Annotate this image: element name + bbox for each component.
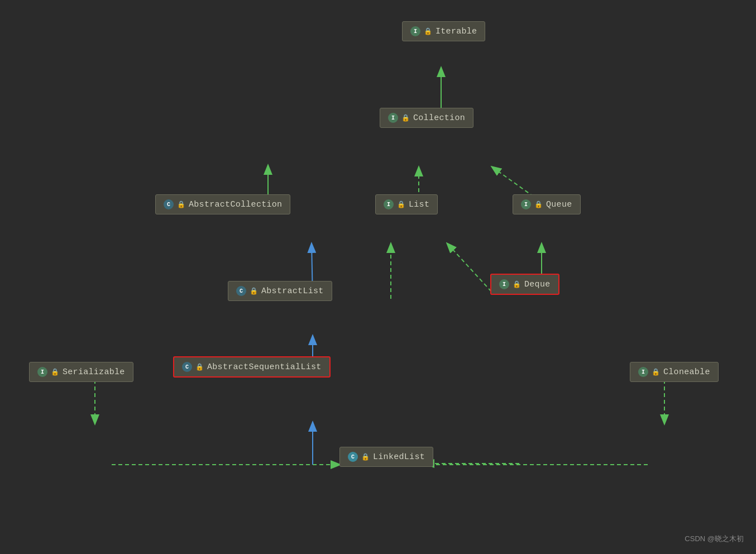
badge-linkedList: C xyxy=(348,452,358,462)
badge-cloneable: I xyxy=(638,367,648,377)
badge-iterable: I xyxy=(410,26,420,36)
lock-queue: 🔒 xyxy=(534,200,543,209)
lock-abstractCollection: 🔒 xyxy=(177,200,185,209)
label-deque: Deque xyxy=(524,280,551,289)
arrows-svg xyxy=(0,0,756,554)
node-deque[interactable]: I 🔒 Deque xyxy=(490,274,559,295)
svg-line-10 xyxy=(447,243,491,292)
label-iterable: Iterable xyxy=(436,27,477,36)
node-iterable[interactable]: I 🔒 Iterable xyxy=(402,21,485,41)
label-collection: Collection xyxy=(413,113,465,123)
label-abstractSequentialList: AbstractSequentialList xyxy=(207,362,322,372)
badge-abstractSequentialList: C xyxy=(182,362,192,372)
watermark: CSDN @晓之木初 xyxy=(685,534,744,544)
lock-cloneable: 🔒 xyxy=(652,368,660,376)
node-abstractList[interactable]: C 🔒 AbstractList xyxy=(228,281,332,301)
lock-list: 🔒 xyxy=(397,200,405,209)
lock-abstractSequentialList: 🔒 xyxy=(195,363,204,371)
lock-collection: 🔒 xyxy=(401,114,410,122)
lock-iterable: 🔒 xyxy=(424,27,432,36)
label-list: List xyxy=(409,200,429,209)
label-abstractList: AbstractList xyxy=(261,286,324,296)
node-abstractSequentialList[interactable]: C 🔒 AbstractSequentialList xyxy=(173,356,331,378)
lock-linkedList: 🔒 xyxy=(361,453,370,461)
badge-queue: I xyxy=(521,199,531,209)
label-linkedList: LinkedList xyxy=(373,452,425,462)
node-collection[interactable]: I 🔒 Collection xyxy=(380,108,473,128)
node-list[interactable]: I 🔒 List xyxy=(375,194,438,214)
label-serializable: Serializable xyxy=(63,367,125,377)
badge-collection: I xyxy=(388,113,398,123)
node-abstractCollection[interactable]: C 🔒 AbstractCollection xyxy=(155,194,290,214)
badge-abstractCollection: C xyxy=(164,199,174,209)
node-queue[interactable]: I 🔒 Queue xyxy=(513,194,581,214)
label-abstractCollection: AbstractCollection xyxy=(189,200,282,209)
node-cloneable[interactable]: I 🔒 Cloneable xyxy=(630,362,719,382)
node-serializable[interactable]: I 🔒 Serializable xyxy=(29,362,133,382)
node-linkedList[interactable]: C 🔒 LinkedList xyxy=(339,447,433,467)
lock-serializable: 🔒 xyxy=(51,368,59,376)
badge-serializable: I xyxy=(37,367,47,377)
label-cloneable: Cloneable xyxy=(663,367,710,377)
diagram-container: I 🔒 Iterable I 🔒 Collection C 🔒 Abstract… xyxy=(0,0,756,554)
label-queue: Queue xyxy=(546,200,572,209)
badge-abstractList: C xyxy=(236,286,246,296)
badge-list: I xyxy=(384,199,394,209)
lock-abstractList: 🔒 xyxy=(250,287,258,295)
lock-deque: 🔒 xyxy=(513,280,521,289)
badge-deque: I xyxy=(499,279,509,289)
